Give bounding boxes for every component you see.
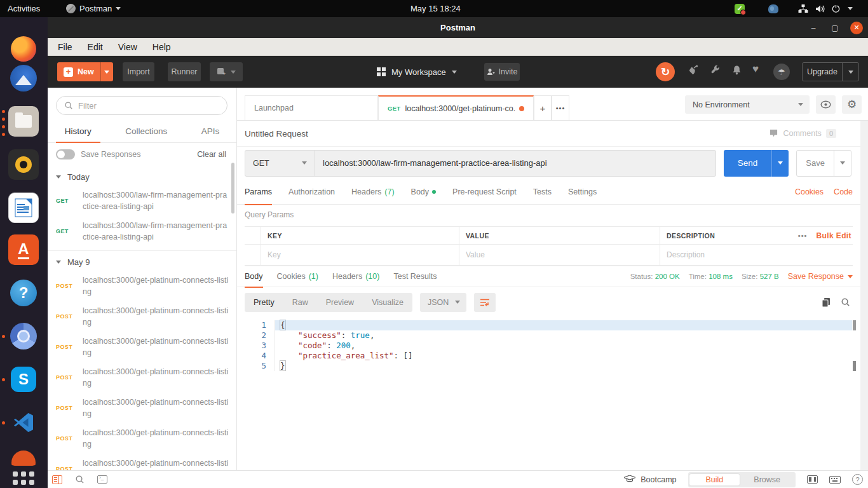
sidebar-scrollbar[interactable] (231, 163, 234, 214)
tab-settings[interactable]: Settings (568, 179, 597, 205)
code-link[interactable]: Code (834, 187, 853, 196)
comments-button[interactable]: Comments 0 (769, 129, 836, 138)
bulk-edit-link[interactable]: Bulk Edit (816, 231, 851, 240)
description-input[interactable] (667, 250, 834, 259)
environment-select[interactable]: No Environment (685, 95, 810, 114)
keyboard-shortcuts-icon[interactable] (829, 476, 841, 484)
wrap-lines-button[interactable] (474, 293, 496, 312)
key-input[interactable] (268, 250, 440, 259)
api-network-button[interactable] (688, 65, 699, 76)
history-item[interactable]: POSTlocalhost:3000/get-platinum-connects… (48, 332, 236, 362)
history-item[interactable]: POSTlocalhost:3000/get-platinum-connects… (48, 301, 236, 332)
notifications-button[interactable] (731, 65, 742, 76)
help-question-icon[interactable]: ? (852, 474, 863, 485)
tab-apis[interactable]: APIs (198, 121, 224, 142)
tab-history[interactable]: History (61, 121, 95, 142)
history-item[interactable]: GET localhost:3000/law-firm-management-p… (48, 216, 236, 247)
dock-rhythmbox[interactable] (8, 149, 39, 180)
history-group-today[interactable]: Today (48, 166, 236, 186)
minimize-button[interactable]: – (807, 22, 820, 34)
tab-params[interactable]: Params (245, 179, 272, 205)
view-preview[interactable]: Preview (317, 298, 363, 307)
close-button[interactable]: ✕ (850, 22, 863, 34)
window-titlebar[interactable]: Postman – ▢ ✕ (48, 17, 868, 38)
clock[interactable]: May 15 18:24 (407, 0, 465, 17)
history-item[interactable]: GET localhost:3000/law-firm-management-p… (48, 186, 236, 216)
power-indicator[interactable] (827, 0, 844, 17)
new-button[interactable]: +New (57, 62, 113, 81)
workspace-switcher[interactable]: My Workspace (377, 62, 457, 81)
history-item[interactable]: POSTlocalhost:3000/get-platinum-connects… (48, 393, 236, 423)
tab-headers[interactable]: Headers(7) (351, 179, 395, 205)
console-icon[interactable] (97, 475, 107, 484)
tab-authorization[interactable]: Authorization (288, 179, 335, 205)
history-group-may9[interactable]: May 9 (48, 251, 236, 271)
dock-help[interactable]: ? (8, 278, 39, 308)
environment-preview-button[interactable] (816, 95, 836, 114)
format-select[interactable]: JSON (420, 293, 466, 312)
build-tab[interactable]: Build (689, 474, 740, 485)
send-dropdown[interactable] (771, 150, 789, 177)
import-button[interactable]: Import (123, 62, 154, 81)
tab-response-headers[interactable]: Headers(10) (332, 266, 379, 287)
tab-response-cookies[interactable]: Cookies(1) (277, 266, 318, 287)
menu-view[interactable]: View (113, 41, 142, 53)
environment-settings-button[interactable]: ⚙ (842, 95, 862, 114)
tab-body[interactable]: Body (411, 179, 437, 205)
url-input[interactable] (315, 151, 715, 176)
tab-active-request[interactable]: GET localhost:3000/get-platinum-co... (378, 95, 534, 120)
toggle-sidebar-icon[interactable] (52, 475, 62, 484)
runner-button[interactable]: Runner (168, 62, 201, 81)
dock-ubuntu-software[interactable]: A (8, 234, 39, 265)
save-button[interactable]: Save (797, 151, 834, 176)
system-menu-caret[interactable] (844, 0, 857, 17)
input-source-indicator[interactable]: ✓ (731, 0, 749, 17)
main-scrollbar-track[interactable] (860, 121, 868, 470)
history-item[interactable]: POSTlocalhost:3000/get-platinum-connects… (48, 454, 236, 470)
invite-button[interactable]: Invite (484, 63, 520, 81)
tab-launchpad[interactable]: Launchpad (245, 95, 378, 120)
dock-show-applications[interactable] (8, 467, 39, 488)
new-tab-button[interactable]: + (534, 95, 552, 120)
dock-files[interactable] (8, 106, 39, 137)
save-responses-toggle[interactable] (56, 149, 75, 159)
app-menu[interactable]: Postman (62, 0, 125, 17)
menu-file[interactable]: File (53, 41, 78, 53)
two-pane-icon[interactable] (807, 475, 818, 484)
network-indicator[interactable] (794, 0, 812, 17)
tab-collections[interactable]: Collections (121, 121, 171, 142)
volume-indicator[interactable] (811, 0, 829, 17)
column-options-button[interactable]: ••• (798, 232, 808, 240)
menu-edit[interactable]: Edit (83, 41, 108, 53)
value-input[interactable] (466, 250, 641, 259)
settings-wrench-button[interactable] (710, 65, 721, 76)
capture-requests-button[interactable]: ☂ (773, 64, 790, 80)
cookies-link[interactable]: Cookies (795, 187, 824, 196)
view-pretty[interactable]: Pretty (245, 298, 283, 307)
code-scrollbar-thumb[interactable] (852, 320, 857, 331)
history-item[interactable]: POSTlocalhost:3000/get-platinum-connects… (48, 271, 236, 301)
bootcamp-button[interactable]: Bootcamp (624, 475, 676, 484)
interceptor-heart-button[interactable]: ♥ (752, 63, 759, 76)
new-window-button[interactable]: + (210, 62, 243, 81)
pgadmin-indicator[interactable] (764, 0, 782, 17)
maximize-button[interactable]: ▢ (829, 22, 841, 34)
tab-test-results[interactable]: Test Results (393, 266, 437, 287)
dock-firefox[interactable] (8, 34, 39, 64)
new-dropdown[interactable] (100, 71, 113, 74)
method-select[interactable]: GET (245, 151, 315, 176)
history-item[interactable]: POSTlocalhost:3000/get-platinum-connects… (48, 362, 236, 393)
upgrade-dropdown[interactable] (842, 63, 858, 81)
menu-help[interactable]: Help (147, 41, 176, 53)
dock-chromium[interactable] (8, 321, 39, 351)
dock-vscode[interactable] (8, 407, 39, 438)
upgrade-button[interactable]: Upgrade (802, 62, 859, 81)
dock-libreoffice[interactable] (8, 193, 39, 223)
activities-button[interactable]: Activities (4, 0, 44, 17)
tab-tests[interactable]: Tests (533, 179, 552, 205)
dock-postman-partial[interactable] (8, 451, 39, 466)
find-icon[interactable] (75, 475, 85, 484)
filter-input[interactable] (78, 101, 193, 111)
dock-skype[interactable]: S (8, 364, 39, 395)
tab-options-button[interactable]: ••• (552, 95, 569, 120)
